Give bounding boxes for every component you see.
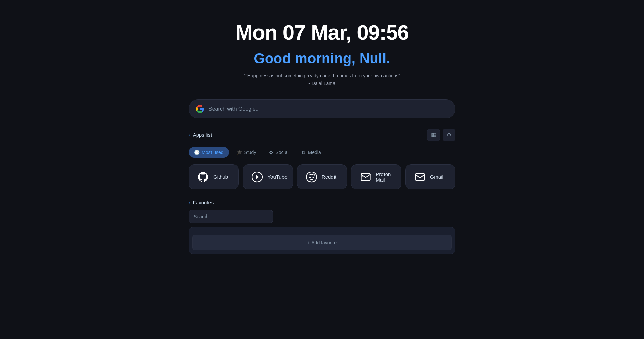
add-favorite-label: + Add favorite — [307, 240, 337, 245]
reddit-label: Reddit — [322, 174, 336, 180]
apps-list-title[interactable]: › Apps list — [189, 132, 212, 138]
favorites-title[interactable]: › Favorites — [189, 200, 455, 205]
gmail-label: Gmail — [430, 174, 443, 180]
favorites-section: › Favorites + Add favorite — [189, 200, 455, 254]
quote-author: - Dalai Lama — [244, 80, 400, 87]
tab-most-used-label: Most used — [202, 150, 224, 155]
apps-grid: Github YouTube — [189, 164, 455, 189]
search-container — [189, 99, 455, 118]
app-protonmail[interactable]: Proton Mail — [351, 164, 401, 189]
search-input[interactable] — [208, 106, 448, 112]
github-label: Github — [213, 174, 228, 180]
gmail-icon — [414, 171, 426, 183]
favorites-chevron-icon: › — [189, 200, 190, 205]
tab-study[interactable]: 🎓 Study — [231, 147, 262, 158]
tab-social-icon: ♻ — [269, 150, 273, 155]
svg-point-2 — [306, 172, 317, 182]
daily-quote: ""Happiness is not something readymade. … — [244, 72, 400, 87]
reddit-icon — [305, 171, 318, 183]
tab-media-icon: 🖥 — [301, 150, 306, 155]
svg-rect-8 — [415, 173, 424, 180]
app-gmail[interactable]: Gmail — [405, 164, 455, 189]
svg-point-4 — [313, 177, 314, 178]
svg-point-3 — [309, 177, 311, 178]
favorites-search-input[interactable] — [189, 210, 273, 223]
tab-media-label: Media — [308, 150, 321, 155]
tab-media[interactable]: 🖥 Media — [296, 147, 326, 158]
quote-text: ""Happiness is not something readymade. … — [244, 72, 400, 80]
app-reddit[interactable]: Reddit — [297, 164, 347, 189]
calendar-icon: ▦ — [431, 132, 436, 138]
app-github[interactable]: Github — [189, 164, 239, 189]
apps-chevron-icon: › — [189, 132, 190, 138]
protonmail-label: Proton Mail — [376, 171, 393, 183]
tab-social-label: Social — [275, 150, 288, 155]
greeting-text: Good morning, Null. — [254, 50, 390, 67]
tab-most-used-icon: 🕐 — [194, 150, 200, 155]
tab-social[interactable]: ♻ Social — [264, 147, 294, 158]
google-icon — [196, 105, 204, 113]
favorites-label: Favorites — [193, 200, 214, 205]
apps-list-label: Apps list — [193, 132, 212, 138]
category-tabs: 🕐 Most used 🎓 Study ♻ Social 🖥 Media — [189, 147, 455, 158]
svg-marker-1 — [256, 175, 259, 179]
calendar-button[interactable]: ▦ — [427, 129, 440, 141]
settings-button[interactable]: ⚙ — [443, 129, 455, 141]
tab-study-label: Study — [244, 150, 256, 155]
favorites-box: + Add favorite — [189, 227, 455, 254]
github-icon — [197, 171, 209, 183]
gear-icon: ⚙ — [447, 132, 451, 138]
search-bar[interactable] — [189, 99, 455, 118]
tab-study-icon: 🎓 — [237, 150, 242, 155]
app-youtube[interactable]: YouTube — [243, 164, 293, 189]
apps-section-header: › Apps list ▦ ⚙ — [189, 129, 455, 141]
tab-most-used[interactable]: 🕐 Most used — [189, 147, 229, 158]
section-actions: ▦ ⚙ — [427, 129, 455, 141]
youtube-icon — [251, 171, 263, 183]
datetime-display: Mon 07 Mar, 09:56 — [235, 20, 409, 44]
protonmail-icon — [360, 171, 372, 183]
add-favorite-button[interactable]: + Add favorite — [192, 235, 452, 250]
youtube-label: YouTube — [267, 174, 287, 180]
main-content: › Apps list ▦ ⚙ 🕐 Most used 🎓 Study ♻ So… — [189, 129, 455, 254]
